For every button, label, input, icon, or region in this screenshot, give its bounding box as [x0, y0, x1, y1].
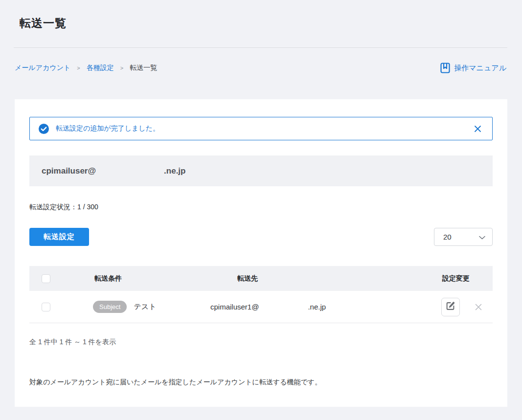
success-alert: 転送設定の追加が完了しました。	[29, 117, 493, 140]
select-all-checkbox[interactable]	[42, 274, 50, 283]
breadcrumb-separator-icon: >	[120, 65, 123, 71]
per-page-value: 20	[443, 233, 452, 241]
edit-pencil-icon	[445, 301, 456, 313]
forwarding-table: 転送条件 転送先 設定変更 Subject テスト cpimailuser1@ …	[29, 266, 493, 323]
breadcrumb-mail-account[interactable]: メールアカウント	[15, 64, 70, 72]
table-row: Subject テスト cpimailuser1@ .ne.jp	[29, 291, 493, 323]
forward-local-part: cpimailuser1@	[210, 303, 259, 311]
condition-type-badge: Subject	[93, 301, 127, 313]
account-box: cpimailuser@ .ne.jp	[29, 155, 493, 186]
edit-button[interactable]	[441, 298, 460, 316]
forward-domain-suffix: .ne.jp	[308, 303, 326, 311]
breadcrumb-row: メールアカウント > 各種設定 > 転送一覧 操作マニュアル	[15, 63, 506, 73]
alert-message: 転送設定の追加が完了しました。	[56, 124, 472, 133]
manual-book-icon	[440, 63, 450, 73]
alert-close-icon[interactable]	[472, 123, 483, 134]
pagination-summary: 全 1 件中 1 件 ～ 1 件を表示	[29, 338, 493, 347]
row-checkbox[interactable]	[42, 303, 50, 311]
account-domain-suffix: .ne.jp	[164, 166, 185, 176]
condition-value: テスト	[134, 302, 156, 311]
check-circle-icon	[39, 124, 49, 134]
per-page-select[interactable]: 20	[434, 228, 493, 246]
breadcrumb-separator-icon: >	[77, 65, 80, 71]
manual-link-label: 操作マニュアル	[454, 64, 506, 73]
chevron-down-icon	[479, 233, 485, 241]
manual-link[interactable]: 操作マニュアル	[440, 63, 506, 73]
breadcrumb-current: 転送一覧	[130, 64, 157, 72]
page-title: 転送一覧	[20, 16, 507, 31]
breadcrumb-settings[interactable]: 各種設定	[87, 64, 114, 72]
header-divider	[14, 47, 507, 48]
row-delete-icon[interactable]	[474, 302, 483, 312]
column-header-forward-to: 転送先	[210, 274, 441, 283]
breadcrumb: メールアカウント > 各種設定 > 転送一覧	[15, 64, 157, 72]
forwarding-status: 転送設定状況：1 / 300	[29, 203, 493, 212]
toolbar: 転送設定 20	[29, 228, 493, 246]
forwarding-card: 転送設定の追加が完了しました。 cpimailuser@ .ne.jp 転送設定…	[15, 99, 507, 407]
account-local-part: cpimailuser@	[42, 166, 96, 176]
add-forwarding-button[interactable]: 転送設定	[29, 228, 89, 246]
feature-description: 対象のメールアカウント宛に届いたメールを指定したメールアカウントに転送する機能で…	[29, 378, 493, 387]
column-header-actions: 設定変更	[441, 274, 493, 283]
table-header-row: 転送条件 転送先 設定変更	[29, 266, 493, 291]
column-header-condition: 転送条件	[93, 274, 210, 283]
